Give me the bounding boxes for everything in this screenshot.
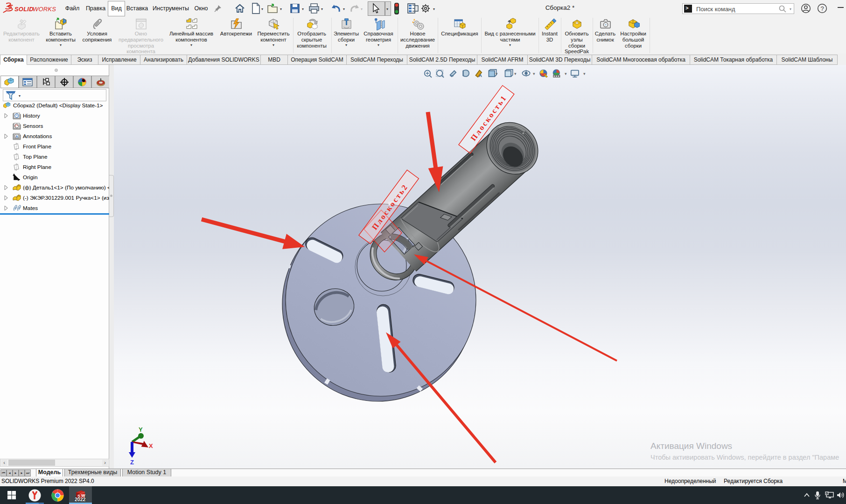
svg-text:?: ? bbox=[820, 5, 824, 12]
svg-text:▾: ▾ bbox=[533, 71, 535, 76]
svg-text:▾: ▾ bbox=[583, 71, 586, 76]
svg-text:▾: ▾ bbox=[565, 71, 567, 76]
svg-text:Z: Z bbox=[130, 459, 134, 466]
svg-text:▾: ▾ bbox=[496, 71, 498, 76]
svg-text:Y: Y bbox=[139, 426, 143, 433]
svg-text:SOLID: SOLID bbox=[14, 6, 34, 13]
svg-text:A: A bbox=[479, 73, 482, 78]
svg-text:X: X bbox=[149, 442, 153, 449]
svg-text:WORKS: WORKS bbox=[33, 6, 56, 13]
svg-text:▾: ▾ bbox=[514, 71, 517, 76]
svg-text:A: A bbox=[15, 134, 18, 139]
